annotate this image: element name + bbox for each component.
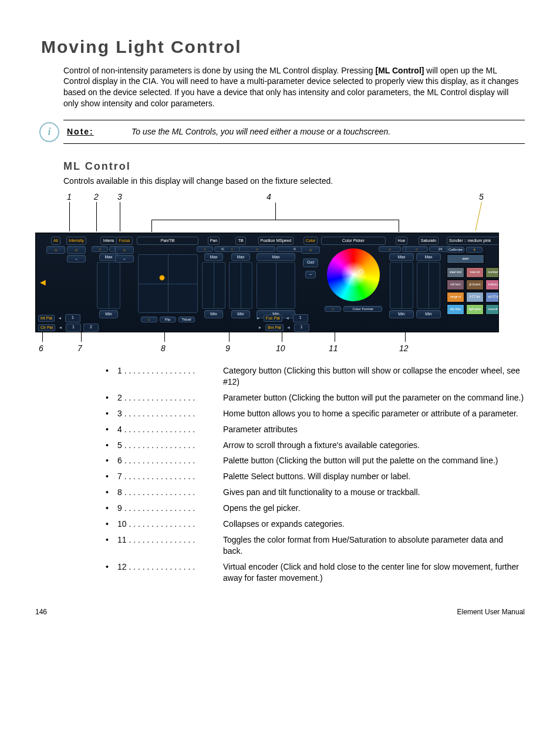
home-button[interactable]: ⌂ [67, 246, 86, 254]
virtual-encoder[interactable] [229, 262, 252, 309]
intensity-header[interactable]: Intensity [66, 237, 86, 244]
clr-pal-button[interactable]: Clr Pal [38, 324, 55, 331]
legend-desc: Toggles the color format from Hue/Satura… [223, 534, 525, 557]
virtual-encoder[interactable] [417, 262, 440, 309]
virtual-encoder[interactable] [202, 262, 225, 309]
legend-num: 1 . . . . . . . . . . . . . . . . [117, 365, 223, 376]
home-button[interactable]: ⌂ [115, 246, 134, 254]
list-item: •6 . . . . . . . . . . . . . . . .Palett… [106, 455, 525, 466]
page-title: Moving Light Control [41, 35, 525, 59]
swatch[interactable]: ull CT blu [485, 292, 499, 302]
swatch-open[interactable]: open [447, 254, 484, 264]
hue-header[interactable]: Hue [396, 237, 408, 244]
pal-nav-right[interactable]: ► [255, 315, 261, 321]
int-pal-button[interactable]: Int Pal [38, 315, 55, 321]
pan-header[interactable]: Pan [208, 237, 220, 244]
category-focus[interactable]: Focus ⌂ – [115, 237, 134, 263]
palette-slot[interactable]: 1 [293, 314, 308, 322]
legend-desc: Palette button (Clicking the button will… [223, 455, 525, 466]
palette-slot[interactable]: 1 [294, 324, 309, 332]
list-item: •8 . . . . . . . . . . . . . . . .Gives … [106, 487, 525, 498]
category-intensity[interactable]: Intensity ⌂ – [66, 237, 86, 263]
sat-header[interactable]: Saturatn [419, 237, 438, 244]
callout-5: 5 [479, 191, 484, 203]
home-button[interactable]: ⌂ [301, 246, 320, 254]
swatch[interactable]: pl brown [466, 280, 484, 290]
max-button[interactable]: Max [231, 253, 250, 261]
virtual-encoder[interactable] [390, 262, 413, 309]
color-header[interactable]: Color [303, 237, 318, 244]
calibrate-button[interactable]: Calibrate [447, 247, 464, 253]
collapse-button[interactable]: – [305, 271, 316, 278]
note-block: i Note: To use the ML Controls, you will… [35, 120, 525, 144]
home-button[interactable]: ⌂ [46, 246, 65, 254]
max-button[interactable]: Max [389, 253, 414, 261]
color-format-button[interactable]: Color Format [343, 306, 382, 312]
palette-slot[interactable]: 1 [66, 324, 81, 332]
all-header[interactable]: All [51, 237, 60, 244]
swatch[interactable]: range rs [447, 292, 464, 302]
swatch[interactable]: ntrl lvnn [447, 280, 464, 290]
bm-pal-button[interactable]: Bm Pal [265, 324, 284, 331]
swatch[interactable]: fl CT blu [466, 292, 484, 302]
home-button[interactable]: ⌂ [92, 246, 108, 252]
collapse-button[interactable]: – [67, 255, 86, 263]
param-position-mspeed: Position MSpeed ⌂0 Max Min [255, 237, 296, 318]
scroll-up[interactable]: ∧ [466, 247, 483, 253]
posm-header[interactable]: Position MSpeed [258, 237, 294, 244]
foc-pal-button[interactable]: Foc Pal [264, 315, 282, 321]
callout-3: 3 [117, 191, 122, 203]
swatch[interactable]: sky blue [447, 304, 464, 315]
pal-nav-right[interactable]: ► [257, 325, 263, 330]
legend-num: 4 . . . . . . . . . . . . . . . . [117, 424, 223, 435]
gel-button[interactable]: Gel [303, 258, 318, 267]
swatch[interactable]: light gree [466, 304, 484, 315]
swatch[interactable]: steel bnd [447, 267, 464, 278]
category-color[interactable]: Color ⌂ Gel – [301, 237, 320, 278]
pal-nav-left[interactable]: ◄ [286, 325, 292, 330]
swatch[interactable]: cocock bl [485, 304, 499, 315]
color-wheel[interactable] [327, 248, 380, 301]
colorpicker-header[interactable]: Color Picker [321, 237, 386, 244]
home-button[interactable]: ⌂ [325, 306, 341, 312]
scroller-header[interactable]: Scroller :: medium pink [447, 237, 499, 244]
pantilt-header[interactable]: Pan/Tilt [137, 237, 198, 244]
palette-slot[interactable]: 2 [83, 324, 99, 332]
xy-pad[interactable] [138, 254, 198, 313]
ml-control-screenshot: ◄ ► All ⌂ Intensity ⌂ – Intens ⌂100 Max … [35, 233, 499, 332]
swatch[interactable]: mdium pi [485, 280, 499, 290]
category-all[interactable]: All ⌂ [46, 237, 65, 254]
max-button[interactable]: Max [204, 253, 223, 261]
xy-dot [159, 275, 165, 281]
home-button[interactable]: ⌂ [197, 246, 213, 252]
legend-desc: Parameter attributes [223, 424, 525, 435]
palette-slot[interactable]: 1 [65, 314, 80, 322]
list-item: •4 . . . . . . . . . . . . . . . .Parame… [106, 424, 525, 435]
tilt-header[interactable]: Tilt [235, 237, 245, 244]
swatch[interactable]: number g [485, 267, 499, 278]
home-button[interactable]: ⌂ [406, 246, 428, 252]
intro-paragraph: Control of non-intensity parameters is d… [63, 65, 525, 110]
max-button[interactable]: Max [257, 253, 295, 261]
collapse-button[interactable]: – [115, 255, 134, 263]
list-item: •9 . . . . . . . . . . . . . . . .Opens … [106, 503, 525, 514]
focus-header[interactable]: Focus [116, 237, 132, 244]
home-button[interactable]: ⌂ [224, 246, 240, 252]
max-button[interactable]: Max [416, 253, 441, 261]
min-button[interactable]: Min [416, 310, 441, 318]
pal-nav-left[interactable]: ◄ [58, 325, 63, 330]
pal-nav-left[interactable]: ◄ [57, 315, 63, 321]
min-button[interactable]: Min [389, 310, 414, 318]
scroll-left-arrow[interactable]: ◄ [38, 276, 48, 289]
home-button[interactable]: ⌂ [239, 246, 275, 252]
home-button[interactable]: ⌂ [379, 246, 401, 252]
footer: 146 Element User Manual [35, 607, 525, 617]
virtual-encoder[interactable] [257, 262, 295, 309]
note-icon-cell: i [35, 122, 63, 142]
pal-nav-left[interactable]: ◄ [285, 315, 291, 321]
virtual-encoder[interactable] [97, 262, 120, 309]
doc-name: Element User Manual [457, 607, 525, 617]
swatch[interactable]: rose tnt [466, 267, 484, 278]
legend-list: •1 . . . . . . . . . . . . . . . .Catego… [106, 365, 525, 583]
intens-header[interactable]: Intens [100, 237, 116, 244]
